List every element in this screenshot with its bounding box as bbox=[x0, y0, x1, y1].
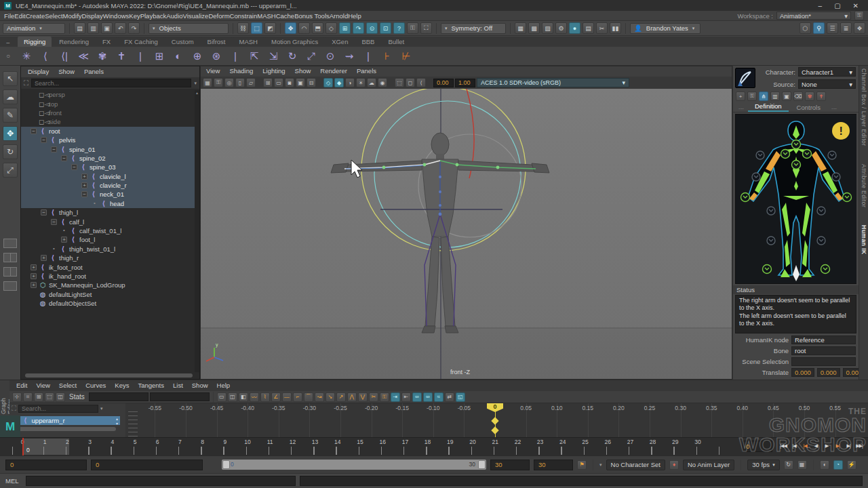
anim-layer-button[interactable]: No Anim Layer bbox=[683, 460, 734, 470]
outliner-item-thigh-r[interactable]: + ⟨ thigh_r bbox=[21, 253, 195, 262]
shelf-tab[interactable]: MASH bbox=[233, 37, 264, 47]
hypershade-icon[interactable]: ● bbox=[569, 22, 580, 34]
viewport-menu-item[interactable]: Shading bbox=[229, 67, 253, 76]
auto-key-icon[interactable]: ♦ bbox=[669, 460, 679, 470]
menu-item[interactable]: MASH bbox=[257, 12, 275, 20]
character-set-button[interactable]: No Character Set bbox=[606, 460, 665, 470]
outliner-vertical-scrollbar[interactable] bbox=[195, 90, 199, 372]
command-language-toggle[interactable]: MEL bbox=[5, 477, 22, 485]
menu-item[interactable]: Visualize bbox=[183, 12, 209, 20]
playblast-icon[interactable]: ▦ bbox=[797, 460, 807, 470]
field-value[interactable]: root bbox=[791, 346, 856, 355]
expand-toggle-icon[interactable]: − bbox=[51, 219, 57, 225]
graph-editor-menu-item[interactable]: Tangents bbox=[138, 382, 164, 390]
animation-start-field[interactable]: 0 bbox=[5, 460, 87, 470]
graph-playhead-marker[interactable]: 0 bbox=[487, 403, 503, 412]
animation-end-field[interactable]: 30 bbox=[534, 460, 573, 470]
expand-toggle-icon[interactable]: − bbox=[41, 137, 47, 143]
outliner-item-spine01[interactable]: − ⟨ spine_01 bbox=[21, 144, 195, 153]
anim-prefs-clock-icon[interactable]: ◔ bbox=[833, 460, 843, 470]
bookmark-icon[interactable]: ▯ bbox=[235, 78, 245, 87]
expand-toggle-icon[interactable]: • bbox=[51, 246, 57, 252]
aim-constraint-icon[interactable]: ⊙ bbox=[323, 50, 338, 62]
move-tool-icon[interactable]: ✥ bbox=[285, 22, 296, 34]
graph-editor-menu-item[interactable]: Edit bbox=[16, 382, 27, 390]
select-camera-icon[interactable]: ▦ bbox=[203, 78, 212, 87]
mirror-definition-icon[interactable]: ⋔ bbox=[759, 92, 768, 101]
expand-toggle-icon[interactable]: − bbox=[41, 209, 47, 216]
menu-item[interactable]: Display bbox=[82, 12, 103, 20]
graph-editor-panel-tab[interactable]: Graph Editor bbox=[0, 380, 9, 415]
free-tangent-weight-icon[interactable]: ✂ bbox=[369, 392, 378, 402]
snap-grid-icon[interactable]: ⊞ bbox=[339, 22, 351, 34]
lock-definition-icon[interactable]: ⚿ bbox=[747, 92, 757, 101]
make-live-icon[interactable]: ? bbox=[393, 22, 405, 34]
bookmark-icon[interactable]: ⚑ bbox=[577, 460, 587, 470]
step-forward-frame-button[interactable]: ▶| bbox=[844, 440, 853, 452]
outliner-item-calf-twist[interactable]: • ⟨ calf_twist_01_l bbox=[21, 226, 195, 235]
swap-buffer-icon[interactable]: ⇄ bbox=[445, 392, 454, 402]
step-back-frame-button[interactable]: |◀ bbox=[789, 440, 799, 452]
layout-four-pane-button[interactable] bbox=[3, 281, 17, 291]
paint-select-tool-icon[interactable]: ✎ bbox=[3, 108, 18, 123]
viewport-menu-item[interactable]: Show bbox=[295, 67, 311, 76]
move-nearest-picked-key-icon[interactable]: ⊹ bbox=[12, 392, 22, 402]
shelf-tab[interactable]: Bullet bbox=[382, 37, 410, 47]
render-view-icon[interactable]: ▦ bbox=[515, 22, 526, 34]
xray-joints-icon[interactable]: ⟨ bbox=[416, 78, 426, 87]
use-all-lights-icon[interactable]: ☀ bbox=[356, 78, 366, 87]
menu-item[interactable]: Select bbox=[45, 12, 62, 20]
minimize-button[interactable]: – bbox=[818, 2, 823, 9]
step-back-key-button[interactable]: |◀ bbox=[800, 440, 810, 452]
ipr-render-icon[interactable]: ▨ bbox=[542, 22, 553, 34]
open-scene-icon[interactable]: ▥ bbox=[87, 22, 99, 34]
shelf-tab[interactable]: Rendering bbox=[53, 37, 95, 47]
step-forward-key-button[interactable]: ▶| bbox=[833, 440, 842, 452]
control-rig-icon[interactable]: ✝ bbox=[816, 92, 826, 101]
sep[interactable]: | bbox=[133, 50, 148, 62]
go-to-start-button[interactable]: |◀◀ bbox=[778, 440, 788, 452]
shelf-tab[interactable]: FX bbox=[96, 37, 117, 47]
select-object-icon[interactable]: ⬚ bbox=[251, 22, 262, 34]
camera-attributes-icon[interactable]: ◎ bbox=[224, 78, 234, 87]
filter-icon[interactable]: ⛶ bbox=[24, 79, 28, 87]
rotate-tool-icon[interactable]: ◠ bbox=[298, 22, 310, 34]
save-scene-icon[interactable]: ▣ bbox=[101, 22, 113, 34]
outliner-item-pelvis[interactable]: − ⟨ pelvis bbox=[21, 136, 195, 144]
outliner-item-root[interactable]: − ⟨ root bbox=[21, 127, 195, 136]
menu-item[interactable]: File bbox=[4, 12, 14, 20]
outliner-item-lightset[interactable]: ◍ defaultLightSet bbox=[21, 290, 195, 299]
shelf-tab[interactable]: BBB bbox=[355, 37, 380, 47]
mute-audio-icon[interactable]: ◖ bbox=[820, 460, 829, 470]
sep[interactable]: | bbox=[228, 50, 243, 62]
joint-tool-icon[interactable]: ⟨ bbox=[38, 50, 53, 62]
keyframe-diamond[interactable] bbox=[491, 426, 498, 434]
modeling-toolkit-icon[interactable]: ⬡ bbox=[800, 22, 811, 34]
stats-value-field[interactable] bbox=[150, 392, 210, 401]
expand-toggle-icon[interactable]: + bbox=[81, 174, 87, 180]
shelf-tab[interactable]: Bifrost bbox=[201, 37, 232, 47]
expand-toggle-icon[interactable]: + bbox=[31, 282, 37, 288]
load-skeleton-icon[interactable]: ▥ bbox=[770, 92, 780, 101]
go-to-end-button[interactable]: ▶▶| bbox=[854, 440, 864, 452]
control-rig-icon[interactable]: ✝ bbox=[114, 50, 129, 62]
menu-item[interactable]: Create bbox=[26, 12, 45, 20]
menu-item[interactable]: Arnold bbox=[330, 12, 348, 20]
shelf-tab[interactable]: Custom bbox=[165, 37, 200, 47]
break-tangents-icon[interactable]: ⋀ bbox=[347, 392, 357, 402]
snap-point-icon[interactable]: ⊙ bbox=[366, 22, 378, 34]
shaded-icon[interactable]: ◆ bbox=[334, 78, 344, 87]
range-start-handle[interactable] bbox=[222, 460, 230, 469]
select-component-icon[interactable]: ◩ bbox=[264, 22, 276, 34]
scale-constraint-icon[interactable]: ⤢ bbox=[304, 50, 319, 62]
menu-item[interactable]: Edit bbox=[14, 12, 25, 20]
plateau-tangent-icon[interactable]: ⌒ bbox=[304, 392, 313, 402]
layout-two-pane-button[interactable] bbox=[3, 253, 17, 262]
expand-toggle-icon[interactable]: − bbox=[71, 164, 77, 170]
expand-toggle-icon[interactable]: + bbox=[31, 264, 37, 270]
sidebar-vertical-tab[interactable]: Attribute Editor bbox=[861, 164, 867, 207]
range-slider-track[interactable]: 0 30 bbox=[222, 460, 486, 470]
shelf-collapse-button[interactable]: − bbox=[6, 39, 10, 47]
light-editor-icon[interactable]: ▤ bbox=[583, 22, 594, 34]
outliner-item-thigh-l[interactable]: − ⟨ thigh_l bbox=[21, 208, 195, 217]
